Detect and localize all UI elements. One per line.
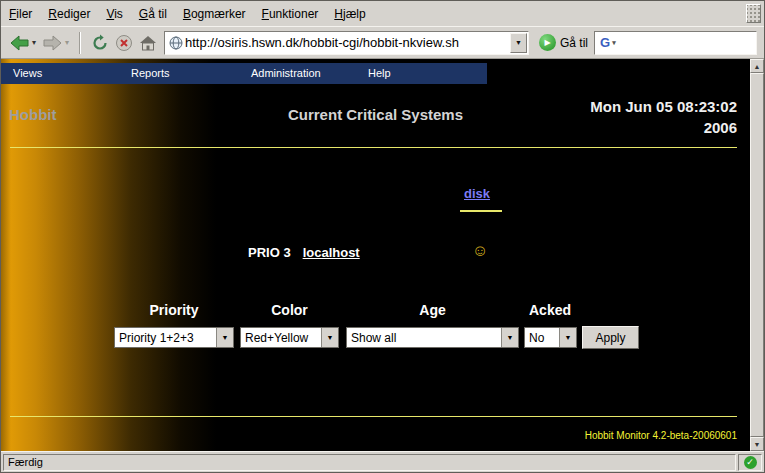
hobbit-page: Views Reports Administration Help Hobbit… [1, 59, 750, 451]
search-engine-dropdown-icon: ▾ [612, 39, 616, 46]
play-glyph: ▶ [544, 38, 550, 47]
back-icon [9, 34, 30, 52]
hobbit-version-text: Hobbit Monitor 4.2-beta-20060601 [585, 430, 737, 441]
status-icon-panel: ✓ [738, 454, 762, 471]
chevron-down-icon: ▼ [515, 39, 522, 46]
scroll-down-button[interactable]: ▼ [750, 437, 764, 451]
go-label: Gå til [560, 36, 588, 50]
color-filter-label: Color [240, 302, 339, 318]
browser-window: Filer Rediger Vis Gå til Bogmærker Funkt… [0, 0, 765, 473]
go-icon: ▶ [539, 34, 556, 51]
menu-item-bogmaerker[interactable]: Bogmærker [175, 4, 254, 24]
back-dropdown-icon[interactable]: ▾ [32, 39, 36, 47]
go-button[interactable]: ▶ Gå til [533, 34, 594, 51]
chevron-down-icon[interactable]: ▼ [501, 328, 518, 347]
search-bar: G▾ [594, 31, 757, 55]
home-button[interactable] [136, 29, 160, 57]
url-bar: ▼ [164, 31, 529, 55]
stop-icon [115, 34, 133, 52]
color-select-value: Red+Yellow [241, 331, 321, 345]
url-input[interactable] [183, 33, 510, 53]
nav-item-views[interactable]: Views [13, 67, 42, 79]
datetime-line2: 2006 [590, 117, 737, 138]
bottom-divider [10, 416, 737, 417]
search-engine-icon[interactable]: G▾ [598, 35, 618, 50]
priority-select-value: Priority 1+2+3 [115, 331, 216, 345]
chevron-down-icon[interactable]: ▼ [559, 328, 576, 347]
forward-button[interactable]: ▾ [39, 29, 72, 57]
menu-item-vis[interactable]: Vis [98, 4, 130, 24]
age-filter-label: Age [346, 302, 519, 318]
host-link[interactable]: localhost [303, 245, 360, 260]
priority-badge: PRIO 3 [248, 245, 291, 260]
menu-item-rediger[interactable]: Rediger [40, 4, 98, 24]
menubar-grip[interactable] [746, 4, 761, 23]
acked-filter-label: Acked [519, 302, 581, 318]
page-datetime: Mon Jun 05 08:23:02 2006 [590, 96, 737, 138]
browser-viewport: Views Reports Administration Help Hobbit… [1, 59, 764, 451]
back-button[interactable]: ▾ [6, 29, 39, 57]
status-text: Færdig [8, 456, 43, 468]
scrollbar-thumb[interactable] [750, 73, 764, 437]
reload-icon [91, 34, 109, 52]
priority-filter-label: Priority [114, 302, 234, 318]
age-select[interactable]: Show all ▼ [346, 327, 519, 348]
home-icon [139, 35, 157, 51]
nav-item-reports[interactable]: Reports [131, 67, 170, 79]
online-check-icon: ✓ [744, 456, 757, 469]
disk-column-link[interactable]: disk [464, 186, 490, 201]
host-row: PRIO 3localhost [248, 245, 360, 260]
nav-item-help[interactable]: Help [368, 67, 391, 79]
menu-item-funktioner[interactable]: Funktioner [254, 4, 327, 24]
scroll-up-icon: ▲ [754, 63, 761, 70]
globe-icon [169, 36, 183, 50]
reload-button[interactable] [88, 29, 112, 57]
scroll-down-icon: ▼ [754, 441, 761, 448]
chevron-down-icon[interactable]: ▼ [216, 328, 233, 347]
apply-button[interactable]: Apply [582, 326, 639, 349]
age-select-value: Show all [347, 331, 501, 345]
hobbit-nav-bar: Views Reports Administration Help [1, 63, 487, 84]
vertical-scrollbar[interactable]: ▲ ▼ [750, 59, 764, 451]
chevron-down-icon[interactable]: ▼ [321, 328, 338, 347]
disk-column-underline [460, 210, 502, 212]
toolbar-separator [79, 32, 81, 54]
menu-item-ga-til[interactable]: Gå til [131, 4, 175, 24]
status-smiley-icon[interactable]: ☺ [472, 242, 488, 260]
navigation-toolbar: ▾ ▾ ▼ ▶ Gå til G▾ [1, 26, 764, 59]
datetime-line1: Mon Jun 05 08:23:02 [590, 96, 737, 117]
forward-icon [42, 34, 63, 52]
forward-dropdown-icon[interactable]: ▾ [65, 39, 69, 47]
menu-item-hjaelp[interactable]: Hjælp [326, 4, 373, 24]
top-divider [10, 147, 737, 148]
menu-bar: Filer Rediger Vis Gå til Bogmærker Funkt… [1, 1, 764, 26]
menu-item-filer[interactable]: Filer [1, 4, 40, 24]
scroll-up-button[interactable]: ▲ [750, 59, 764, 73]
acked-select-value: No [525, 331, 559, 345]
acked-select[interactable]: No ▼ [524, 327, 577, 348]
color-select[interactable]: Red+Yellow ▼ [240, 327, 339, 348]
status-bar: Færdig ✓ [1, 451, 764, 472]
google-g-icon: G [600, 35, 610, 50]
stop-button[interactable] [112, 29, 136, 57]
priority-select[interactable]: Priority 1+2+3 ▼ [114, 327, 234, 348]
search-input[interactable] [618, 36, 753, 50]
status-text-panel: Færdig [3, 454, 736, 471]
url-history-dropdown-button[interactable]: ▼ [510, 33, 527, 53]
nav-item-administration[interactable]: Administration [251, 67, 321, 79]
